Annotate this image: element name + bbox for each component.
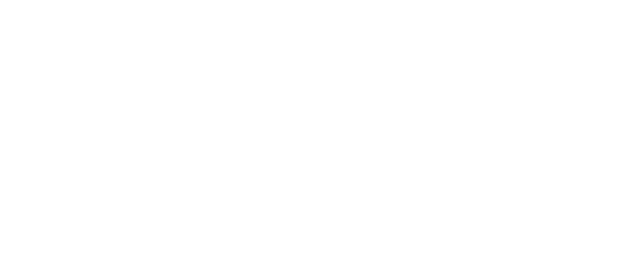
chart-container — [0, 0, 644, 268]
chart-svg — [0, 0, 644, 268]
